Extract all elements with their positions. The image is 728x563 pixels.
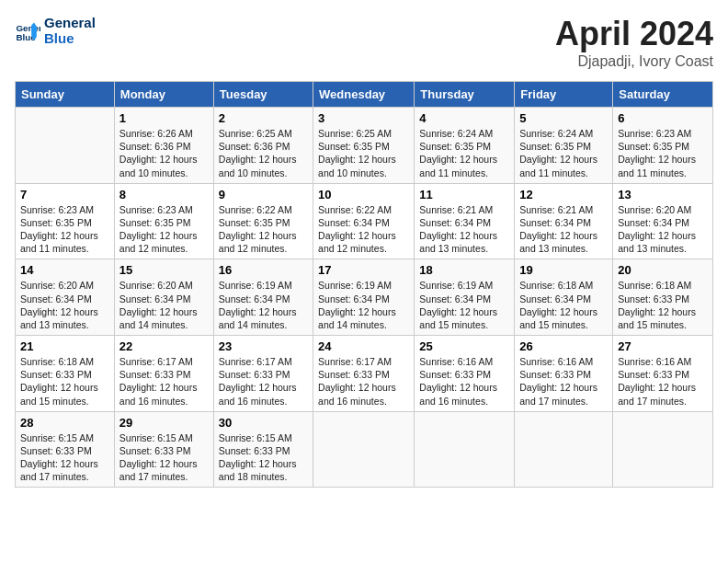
day-number: 12 <box>519 188 608 201</box>
day-info: Sunrise: 6:18 AM Sunset: 6:34 PM Dayligh… <box>519 279 608 331</box>
day-number: 1 <box>119 111 209 125</box>
day-info: Sunrise: 6:22 AM Sunset: 6:35 PM Dayligh… <box>219 203 308 256</box>
calendar-cell: 5Sunrise: 6:24 AM Sunset: 6:35 PM Daylig… <box>515 108 613 184</box>
day-info: Sunrise: 6:23 AM Sunset: 6:35 PM Dayligh… <box>20 203 109 256</box>
day-number: 26 <box>519 339 608 353</box>
calendar-cell: 2Sunrise: 6:25 AM Sunset: 6:36 PM Daylig… <box>213 108 313 184</box>
day-info: Sunrise: 6:15 AM Sunset: 6:33 PM Dayligh… <box>119 431 209 484</box>
calendar-cell: 22Sunrise: 6:17 AM Sunset: 6:33 PM Dayli… <box>114 336 213 412</box>
day-number: 17 <box>318 263 409 277</box>
logo-general: General <box>44 15 96 30</box>
calendar-cell: 28Sunrise: 6:15 AM Sunset: 6:33 PM Dayli… <box>16 411 115 488</box>
day-header-sunday: Sunday <box>16 82 115 108</box>
calendar-cell: 14Sunrise: 6:20 AM Sunset: 6:34 PM Dayli… <box>16 259 115 336</box>
calendar-cell <box>313 411 415 488</box>
day-number: 20 <box>618 263 708 277</box>
day-number: 24 <box>318 339 409 353</box>
calendar-cell: 19Sunrise: 6:18 AM Sunset: 6:34 PM Dayli… <box>515 259 613 336</box>
calendar-cell: 4Sunrise: 6:24 AM Sunset: 6:35 PM Daylig… <box>415 108 515 184</box>
logo-icon: General Blue <box>15 17 40 43</box>
calendar-cell: 1Sunrise: 6:26 AM Sunset: 6:36 PM Daylig… <box>114 108 213 184</box>
day-number: 9 <box>219 188 308 201</box>
day-info: Sunrise: 6:15 AM Sunset: 6:33 PM Dayligh… <box>20 431 109 484</box>
calendar-cell: 13Sunrise: 6:20 AM Sunset: 6:34 PM Dayli… <box>613 183 713 259</box>
day-number: 28 <box>20 416 109 430</box>
calendar-cell: 12Sunrise: 6:21 AM Sunset: 6:34 PM Dayli… <box>515 183 613 259</box>
calendar-cell: 23Sunrise: 6:17 AM Sunset: 6:33 PM Dayli… <box>213 336 313 412</box>
day-number: 5 <box>519 111 608 125</box>
calendar-cell: 11Sunrise: 6:21 AM Sunset: 6:34 PM Dayli… <box>415 183 515 259</box>
day-info: Sunrise: 6:17 AM Sunset: 6:33 PM Dayligh… <box>318 355 409 408</box>
day-info: Sunrise: 6:23 AM Sunset: 6:35 PM Dayligh… <box>119 203 209 256</box>
day-info: Sunrise: 6:22 AM Sunset: 6:34 PM Dayligh… <box>318 203 409 256</box>
day-info: Sunrise: 6:19 AM Sunset: 6:34 PM Dayligh… <box>318 279 409 331</box>
day-info: Sunrise: 6:25 AM Sunset: 6:35 PM Dayligh… <box>318 127 409 179</box>
day-info: Sunrise: 6:16 AM Sunset: 6:33 PM Dayligh… <box>419 355 509 408</box>
day-info: Sunrise: 6:19 AM Sunset: 6:34 PM Dayligh… <box>419 279 509 331</box>
calendar-cell: 29Sunrise: 6:15 AM Sunset: 6:33 PM Dayli… <box>114 411 213 488</box>
day-number: 23 <box>219 339 308 353</box>
calendar-cell: 9Sunrise: 6:22 AM Sunset: 6:35 PM Daylig… <box>213 183 313 259</box>
day-number: 4 <box>419 111 509 125</box>
location-title: Djapadji, Ivory Coast <box>555 53 713 70</box>
day-number: 8 <box>119 188 209 201</box>
calendar-cell: 25Sunrise: 6:16 AM Sunset: 6:33 PM Dayli… <box>415 336 515 412</box>
day-header-tuesday: Tuesday <box>213 82 313 108</box>
day-header-thursday: Thursday <box>415 82 515 108</box>
calendar-week-2: 7Sunrise: 6:23 AM Sunset: 6:35 PM Daylig… <box>16 183 713 259</box>
day-number: 15 <box>119 263 209 277</box>
calendar-cell: 7Sunrise: 6:23 AM Sunset: 6:35 PM Daylig… <box>16 183 115 259</box>
day-info: Sunrise: 6:16 AM Sunset: 6:33 PM Dayligh… <box>618 355 708 408</box>
day-info: Sunrise: 6:17 AM Sunset: 6:33 PM Dayligh… <box>119 355 209 408</box>
calendar-cell <box>515 411 613 488</box>
title-area: April 2024 Djapadji, Ivory Coast <box>555 15 713 70</box>
day-number: 10 <box>318 188 409 201</box>
day-number: 13 <box>618 188 708 201</box>
header: General Blue General Blue April 2024 Dja… <box>15 15 713 70</box>
day-number: 18 <box>419 263 509 277</box>
day-number: 14 <box>20 263 109 277</box>
day-number: 6 <box>618 111 708 125</box>
calendar-cell: 17Sunrise: 6:19 AM Sunset: 6:34 PM Dayli… <box>313 259 415 336</box>
day-info: Sunrise: 6:24 AM Sunset: 6:35 PM Dayligh… <box>519 127 608 179</box>
day-number: 29 <box>119 416 209 430</box>
day-number: 3 <box>318 111 409 125</box>
calendar-cell: 10Sunrise: 6:22 AM Sunset: 6:34 PM Dayli… <box>313 183 415 259</box>
day-info: Sunrise: 6:16 AM Sunset: 6:33 PM Dayligh… <box>519 355 608 408</box>
calendar-cell: 6Sunrise: 6:23 AM Sunset: 6:35 PM Daylig… <box>613 108 713 184</box>
calendar-cell <box>16 108 115 184</box>
day-header-monday: Monday <box>114 82 213 108</box>
day-header-friday: Friday <box>515 82 613 108</box>
day-number: 19 <box>519 263 608 277</box>
day-info: Sunrise: 6:26 AM Sunset: 6:36 PM Dayligh… <box>119 127 209 179</box>
day-info: Sunrise: 6:20 AM Sunset: 6:34 PM Dayligh… <box>20 279 109 331</box>
calendar-cell: 8Sunrise: 6:23 AM Sunset: 6:35 PM Daylig… <box>114 183 213 259</box>
calendar-cell: 3Sunrise: 6:25 AM Sunset: 6:35 PM Daylig… <box>313 108 415 184</box>
day-number: 30 <box>219 416 308 430</box>
calendar-week-4: 21Sunrise: 6:18 AM Sunset: 6:33 PM Dayli… <box>16 336 713 412</box>
calendar-cell: 21Sunrise: 6:18 AM Sunset: 6:33 PM Dayli… <box>16 336 115 412</box>
calendar-week-1: 1Sunrise: 6:26 AM Sunset: 6:36 PM Daylig… <box>16 108 713 184</box>
day-number: 21 <box>20 339 109 353</box>
calendar-cell: 16Sunrise: 6:19 AM Sunset: 6:34 PM Dayli… <box>213 259 313 336</box>
day-number: 22 <box>119 339 209 353</box>
day-number: 27 <box>618 339 708 353</box>
logo-blue: Blue <box>44 30 96 46</box>
day-info: Sunrise: 6:21 AM Sunset: 6:34 PM Dayligh… <box>419 203 509 256</box>
calendar-cell: 30Sunrise: 6:15 AM Sunset: 6:33 PM Dayli… <box>213 411 313 488</box>
logo: General Blue General Blue <box>15 15 96 46</box>
day-number: 2 <box>219 111 308 125</box>
calendar-cell: 18Sunrise: 6:19 AM Sunset: 6:34 PM Dayli… <box>415 259 515 336</box>
day-number: 25 <box>419 339 509 353</box>
calendar-week-3: 14Sunrise: 6:20 AM Sunset: 6:34 PM Dayli… <box>16 259 713 336</box>
day-info: Sunrise: 6:17 AM Sunset: 6:33 PM Dayligh… <box>219 355 308 408</box>
day-header-saturday: Saturday <box>613 82 713 108</box>
day-info: Sunrise: 6:18 AM Sunset: 6:33 PM Dayligh… <box>618 279 708 331</box>
day-number: 16 <box>219 263 308 277</box>
calendar-cell <box>415 411 515 488</box>
day-info: Sunrise: 6:20 AM Sunset: 6:34 PM Dayligh… <box>618 203 708 256</box>
day-info: Sunrise: 6:25 AM Sunset: 6:36 PM Dayligh… <box>219 127 308 179</box>
day-info: Sunrise: 6:21 AM Sunset: 6:34 PM Dayligh… <box>519 203 608 256</box>
calendar-cell <box>613 411 713 488</box>
calendar-cell: 24Sunrise: 6:17 AM Sunset: 6:33 PM Dayli… <box>313 336 415 412</box>
